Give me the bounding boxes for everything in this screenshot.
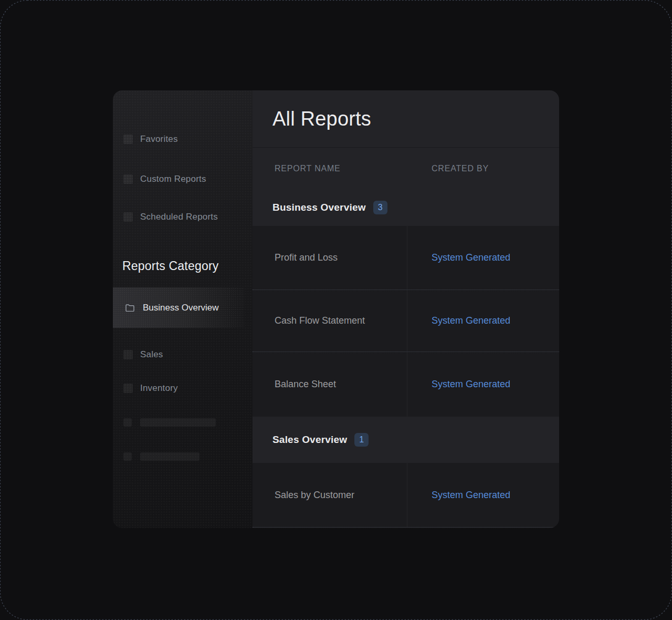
sidebar-item-label: Inventory [140,383,178,394]
group-count-badge: 1 [354,433,369,447]
report-name-cell: Cash Flow Statement [253,290,407,352]
inventory-icon [123,384,133,393]
title-band: All Reports [253,90,559,148]
page-title: All Reports [272,108,371,130]
reports-card: Favorites Custom Reports Scheduled Repor… [113,90,559,528]
sidebar-item-label: Sales [140,349,163,360]
sidebar-item-business-overview-selected[interactable]: Business Overview [113,287,244,328]
reports-category-heading: Reports Category [122,256,218,275]
folder-icon [124,303,135,313]
skeleton-bar [140,418,216,427]
group-header-sales-overview[interactable]: Sales Overview 1 [253,417,559,463]
custom-reports-icon [123,174,133,184]
column-header-report-name: REPORT NAME [253,164,407,173]
table-row-balance-sheet[interactable]: Balance Sheet System Generated [253,352,559,417]
table-row-profit-and-loss[interactable]: Profit and Loss System Generated [253,226,559,290]
sidebar-item-scheduled-reports[interactable]: Scheduled Reports [113,208,253,226]
column-header-created-by: CREATED BY [407,164,489,173]
scheduled-reports-icon [123,212,133,222]
skeleton-list-item [123,418,216,427]
created-by-link[interactable]: System Generated [407,290,559,352]
skeleton-icon [123,452,132,461]
group-count-badge: 3 [373,201,387,214]
sidebar-item-custom-reports[interactable]: Custom Reports [113,170,253,189]
sidebar-item-label: Scheduled Reports [140,212,218,222]
page: Favorites Custom Reports Scheduled Repor… [0,0,672,620]
sidebar-selected-label: Business Overview [143,303,219,313]
report-name-cell: Balance Sheet [253,352,407,417]
group-name: Business Overview [272,202,366,213]
sidebar-item-sales[interactable]: Sales [113,345,253,364]
sidebar-item-label: Custom Reports [140,174,206,184]
created-by-link[interactable]: System Generated [407,226,559,290]
table-row-cash-flow-statement[interactable]: Cash Flow Statement System Generated [253,290,559,352]
skeleton-bar [140,452,200,461]
report-name-cell: Profit and Loss [253,226,407,290]
table-row-sales-by-customer[interactable]: Sales by Customer System Generated [253,463,559,528]
group-name: Sales Overview [272,434,347,446]
skeleton-icon [123,418,132,427]
sales-icon [123,350,133,359]
created-by-link[interactable]: System Generated [407,463,559,527]
sidebar-item-favorites[interactable]: Favorites [113,130,253,149]
sidebar-item-label: Favorites [140,134,178,144]
group-header-business-overview[interactable]: Business Overview 3 [253,189,559,226]
skeleton-list-item [123,452,200,461]
favorites-icon [123,135,133,144]
created-by-link[interactable]: System Generated [407,352,559,417]
all-reports-panel: All Reports REPORT NAME CREATED BY Busin… [253,90,559,528]
sidebar-item-inventory[interactable]: Inventory [113,379,253,398]
table-header-row: REPORT NAME CREATED BY [253,148,559,189]
report-name-cell: Sales by Customer [253,463,407,527]
sidebar: Favorites Custom Reports Scheduled Repor… [113,90,253,528]
